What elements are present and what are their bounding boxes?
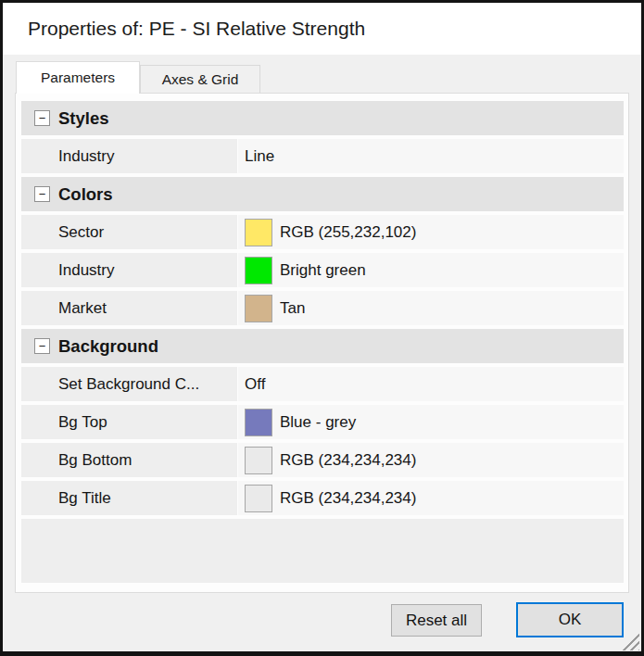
reset-all-button[interactable]: Reset all [391,604,482,637]
property-value-cell[interactable]: RGB (234,234,234) [238,481,624,515]
tab-parameters[interactable]: Parameters [16,61,140,94]
property-row[interactable]: Bg TitleRGB (234,234,234) [21,481,624,515]
property-name: Market [21,291,237,325]
section-title: Colors [58,184,113,205]
property-row[interactable]: SectorRGB (255,232,102) [21,215,624,249]
section-title: Styles [58,108,109,129]
collapse-minus-icon[interactable]: − [34,338,50,354]
reset-all-button-label: Reset all [406,612,467,630]
color-swatch-icon[interactable] [245,219,272,246]
property-row[interactable]: IndustryBright green [21,253,624,287]
property-value: Line [245,147,274,166]
grid-empty-area [21,519,624,583]
dialog-title: Properties of: PE - SI Relative Strength [28,18,365,40]
property-name: Industry [21,253,237,287]
property-value: Tan [280,299,305,318]
tab-parameters-label: Parameters [41,69,115,86]
property-row[interactable]: MarketTan [21,291,624,325]
color-swatch-icon[interactable] [245,409,272,436]
tab-axes-grid-label: Axes & Grid [162,71,239,88]
property-value: RGB (234,234,234) [280,451,416,470]
dialog-titlebar: Properties of: PE - SI Relative Strength [3,3,641,55]
property-name: Industry [21,139,237,173]
property-row[interactable]: Set Background C...Off [21,367,624,401]
color-swatch-icon[interactable] [245,295,272,322]
property-row[interactable]: Bg TopBlue - grey [21,405,624,439]
property-value-cell[interactable]: Bright green [238,253,624,287]
property-row[interactable]: Bg BottomRGB (234,234,234) [21,443,624,477]
property-name: Set Background C... [21,367,237,401]
property-row[interactable]: IndustryLine [21,139,624,173]
property-name: Bg Title [21,481,237,515]
section-header-colors: −Colors [21,177,624,211]
ok-button[interactable]: OK [516,602,624,637]
property-value: Bright green [280,261,366,280]
collapse-minus-icon[interactable]: − [34,186,50,202]
color-swatch-icon[interactable] [245,485,272,512]
ok-button-label: OK [559,611,582,629]
property-value-cell[interactable]: RGB (255,232,102) [238,215,624,249]
property-name: Sector [21,215,237,249]
collapse-minus-icon[interactable]: − [34,110,50,126]
color-swatch-icon[interactable] [245,257,272,284]
property-value: Off [245,375,265,394]
property-value-cell[interactable]: Line [238,139,624,173]
property-grid: −StylesIndustryLine−ColorsSectorRGB (255… [21,101,624,583]
tab-axes-grid[interactable]: Axes & Grid [140,65,260,94]
property-value-cell[interactable]: Tan [238,291,624,325]
property-value-cell[interactable]: RGB (234,234,234) [238,443,624,477]
property-value-cell[interactable]: Off [238,367,624,401]
color-swatch-icon[interactable] [245,447,272,474]
property-value: Blue - grey [280,413,356,432]
section-header-background: −Background [21,329,624,363]
section-header-styles: −Styles [21,101,624,135]
property-value: RGB (234,234,234) [280,489,416,508]
property-value-cell[interactable]: Blue - grey [238,405,624,439]
property-value: RGB (255,232,102) [280,223,416,242]
property-name: Bg Top [21,405,237,439]
property-name: Bg Bottom [21,443,237,477]
parameters-tab-page: −StylesIndustryLine−ColorsSectorRGB (255… [15,93,629,593]
properties-dialog: Properties of: PE - SI Relative Strength… [0,0,644,656]
section-title: Background [58,336,158,357]
